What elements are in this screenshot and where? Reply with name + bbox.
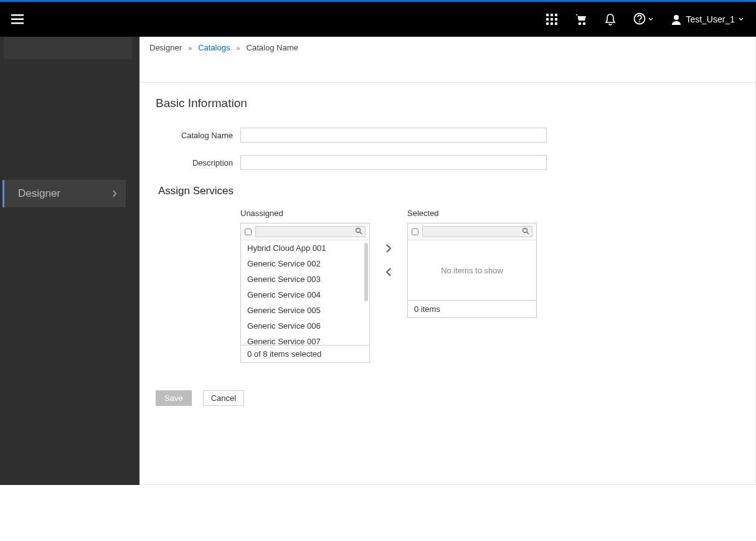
selected-search-input[interactable]: [422, 226, 532, 237]
chevron-down-icon: [739, 17, 744, 21]
action-row: Save Cancel: [156, 390, 755, 406]
unassigned-footer: 0 of 8 items selected: [241, 345, 369, 362]
user-menu[interactable]: Test_User_1: [671, 14, 744, 25]
svg-point-19: [523, 228, 527, 233]
breadcrumb-sep: »: [236, 44, 240, 52]
unassigned-search-input[interactable]: [255, 226, 366, 237]
cart-icon[interactable]: [575, 14, 587, 25]
svg-point-15: [640, 21, 641, 22]
assign-services: Unassigned Hybrid Cloud: [240, 209, 755, 363]
selected-footer: 0 items: [408, 300, 536, 318]
unassigned-column: Unassigned Hybrid Cloud: [240, 209, 370, 363]
apps-icon[interactable]: [546, 14, 557, 25]
svg-rect-8: [555, 18, 557, 21]
save-button[interactable]: Save: [156, 390, 192, 406]
selected-column: Selected No items to show 0 items: [407, 209, 537, 318]
svg-rect-1: [11, 19, 24, 21]
svg-rect-3: [546, 14, 549, 16]
sidebar-item-label: Designer: [18, 187, 60, 200]
svg-rect-7: [550, 18, 553, 21]
catalog-name-input[interactable]: [240, 128, 547, 143]
move-left-button[interactable]: [382, 266, 395, 278]
selected-label: Selected: [407, 209, 537, 218]
svg-rect-6: [546, 18, 549, 21]
description-label: Description: [156, 158, 240, 167]
list-item[interactable]: Generic Service 005: [241, 303, 369, 318]
svg-rect-4: [550, 14, 553, 16]
list-item[interactable]: Generic Service 004: [241, 287, 369, 303]
list-item[interactable]: Generic Service 002: [241, 256, 369, 271]
catalog-name-label: Catalog Name: [156, 131, 240, 140]
svg-rect-0: [11, 14, 24, 16]
spacer: [139, 59, 755, 83]
list-item[interactable]: Generic Service 006: [241, 318, 369, 334]
unassigned-search-row: [241, 223, 369, 240]
selected-empty: No items to show: [408, 240, 536, 300]
unassigned-select-all[interactable]: [245, 228, 252, 235]
description-input[interactable]: [240, 155, 547, 170]
top-right: Test_User_1: [546, 12, 744, 26]
svg-point-17: [356, 228, 361, 233]
section-title-basic: Basic Information: [156, 96, 755, 110]
svg-point-12: [579, 23, 581, 25]
form-area: Basic Information Catalog Name Descripti…: [139, 83, 755, 406]
svg-rect-10: [550, 22, 553, 25]
scrollbar[interactable]: [364, 243, 368, 301]
svg-rect-5: [555, 14, 557, 16]
sidebar-top-glow: [4, 37, 132, 59]
breadcrumb-item: Catalog Name: [247, 43, 298, 52]
list-item[interactable]: Hybrid Cloud App 001: [241, 240, 369, 256]
menu-icon[interactable]: [11, 14, 24, 24]
search-icon: [522, 227, 529, 237]
svg-rect-2: [11, 22, 24, 24]
main-wrap: Designer Designer » Catalogs » Catalog N…: [0, 37, 756, 485]
breadcrumb: Designer » Catalogs » Catalog Name: [139, 37, 755, 59]
selected-select-all[interactable]: [412, 228, 418, 235]
section-title-assign: Assign Services: [158, 185, 755, 197]
svg-rect-9: [546, 22, 549, 25]
form-row-description: Description: [156, 155, 755, 170]
breadcrumb-item: Designer: [149, 43, 182, 52]
breadcrumb-sep: »: [188, 44, 192, 52]
user-icon: [671, 14, 682, 25]
top-bar: Test_User_1: [0, 2, 756, 37]
svg-line-18: [360, 232, 362, 234]
svg-rect-11: [555, 22, 557, 25]
search-icon: [355, 227, 362, 237]
sidebar: Designer: [0, 37, 139, 485]
svg-line-20: [527, 232, 529, 234]
mover-buttons: [382, 209, 395, 278]
unassigned-box: Hybrid Cloud App 001 Generic Service 002…: [240, 223, 370, 363]
unassigned-list[interactable]: Hybrid Cloud App 001 Generic Service 002…: [241, 240, 369, 345]
user-label: Test_User_1: [686, 14, 735, 24]
sidebar-item-designer[interactable]: Designer: [2, 180, 126, 207]
selected-box: No items to show 0 items: [407, 223, 537, 318]
bell-icon[interactable]: [605, 13, 616, 26]
svg-point-16: [674, 15, 679, 20]
help-icon[interactable]: [633, 12, 653, 26]
content: Designer » Catalogs » Catalog Name Basic…: [139, 37, 756, 485]
unassigned-label: Unassigned: [240, 209, 370, 218]
svg-point-13: [584, 23, 585, 25]
move-right-button[interactable]: [382, 242, 395, 255]
selected-search-row: [408, 223, 536, 240]
breadcrumb-link-catalogs[interactable]: Catalogs: [198, 43, 230, 52]
chevron-right-icon: [112, 190, 117, 197]
cancel-button[interactable]: Cancel: [203, 390, 244, 406]
form-row-catalog-name: Catalog Name: [156, 128, 755, 143]
list-item[interactable]: Generic Service 007: [241, 334, 369, 345]
list-item[interactable]: Generic Service 003: [241, 271, 369, 287]
